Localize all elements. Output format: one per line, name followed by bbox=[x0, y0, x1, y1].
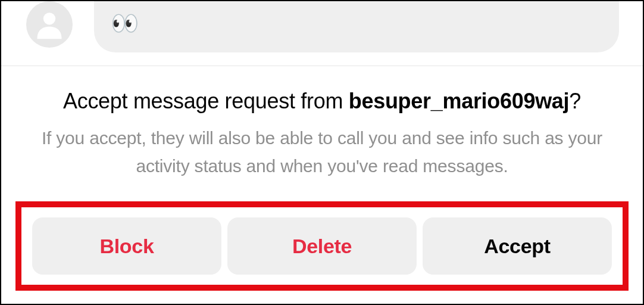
message-content: 👀 bbox=[111, 12, 139, 35]
actions-highlight-annotation: Block Delete Accept bbox=[15, 201, 629, 291]
default-profile-icon bbox=[32, 7, 67, 42]
avatar[interactable] bbox=[26, 1, 73, 48]
svg-point-0 bbox=[43, 13, 55, 24]
delete-button[interactable]: Delete bbox=[227, 217, 417, 275]
prompt-heading: Accept message request from besuper_mari… bbox=[25, 89, 619, 114]
prompt-subtext: If you accept, they will also be able to… bbox=[25, 125, 619, 180]
chat-area: 👀 bbox=[1, 1, 643, 66]
requester-username: besuper_mario609waj bbox=[349, 89, 570, 113]
accept-button[interactable]: Accept bbox=[423, 217, 612, 275]
message-request-prompt: Accept message request from besuper_mari… bbox=[1, 66, 643, 180]
heading-prefix: Accept message request from bbox=[63, 89, 349, 113]
block-button[interactable]: Block bbox=[32, 217, 221, 275]
heading-suffix: ? bbox=[569, 89, 581, 113]
message-bubble[interactable]: 👀 bbox=[94, 1, 619, 52]
